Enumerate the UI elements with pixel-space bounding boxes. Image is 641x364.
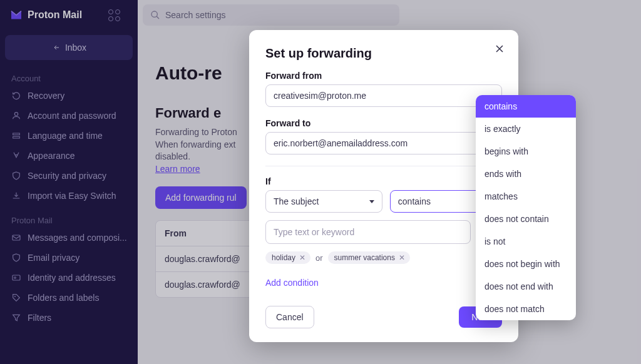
- add-condition-link[interactable]: Add condition: [265, 278, 319, 288]
- keyword-chip[interactable]: summer vacations✕: [328, 251, 410, 264]
- dropdown-item-begins-with[interactable]: begins with: [476, 140, 576, 163]
- dropdown-item-does-not-match[interactable]: does not match: [476, 298, 576, 320]
- dropdown-item-does-not-end-with[interactable]: does not end with: [476, 275, 576, 298]
- keyword-chip[interactable]: holiday✕: [265, 251, 310, 264]
- condition-dropdown: contains is exactly begins with ends wit…: [476, 95, 576, 320]
- forward-to-input[interactable]: [265, 132, 502, 154]
- modal-title: Set up forwarding: [265, 46, 502, 61]
- keyword-input[interactable]: Type text or keyword: [265, 220, 471, 244]
- forward-to-label: Forward to: [265, 118, 502, 128]
- subject-select[interactable]: The subject: [265, 190, 382, 213]
- forward-from-label: Forward from: [265, 71, 502, 81]
- dropdown-item-ends-with[interactable]: ends with: [476, 163, 576, 185]
- or-text: or: [315, 253, 323, 263]
- dropdown-item-matches[interactable]: matches: [476, 185, 576, 208]
- if-label: If: [265, 176, 502, 186]
- chip-remove-icon[interactable]: ✕: [399, 253, 405, 262]
- dropdown-item-is-exactly[interactable]: is exactly: [476, 118, 576, 140]
- dropdown-item-does-not-begin-with[interactable]: does not begin with: [476, 253, 576, 275]
- forward-from-input[interactable]: [265, 84, 502, 107]
- cancel-button[interactable]: Cancel: [265, 306, 314, 328]
- close-icon[interactable]: [493, 43, 506, 55]
- chevron-down-icon: [369, 200, 374, 203]
- chip-remove-icon[interactable]: ✕: [299, 253, 305, 262]
- dropdown-item-is-not[interactable]: is not: [476, 230, 576, 253]
- dropdown-item-does-not-contain[interactable]: does not contain: [476, 208, 576, 230]
- dropdown-item-contains[interactable]: contains: [476, 95, 576, 118]
